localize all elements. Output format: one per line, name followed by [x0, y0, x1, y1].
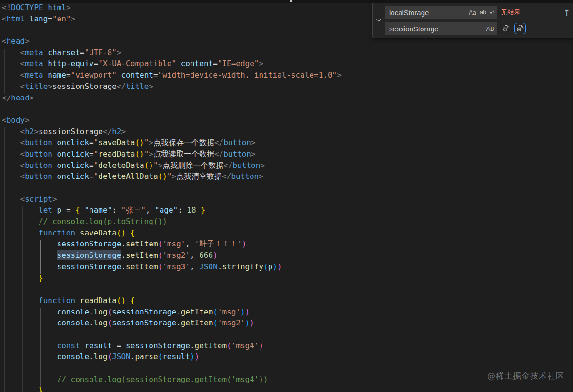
code-line[interactable]: console.log(sessionStorage.getItem('msg'… — [2, 306, 573, 318]
code-line[interactable]: const result = sessionStorage.getItem('m… — [2, 340, 573, 352]
code-line[interactable]: function readData() { — [2, 295, 573, 306]
replace-all-icon — [516, 24, 524, 34]
replace-button[interactable] — [500, 23, 512, 34]
code-line[interactable]: <meta charset="UTF-8"> — [2, 47, 573, 59]
previous-match-button[interactable]: ↑ — [562, 6, 572, 19]
code-line[interactable]: console.log(sessionStorage.getItem('msg2… — [2, 317, 573, 329]
code-line[interactable]: sessionStorage.setItem('msg2', 666) — [2, 250, 573, 261]
code-line[interactable]: sessionStorage.setItem('msg', '鞋子！！！') — [2, 238, 573, 250]
code-line[interactable] — [2, 329, 573, 340]
top-strip-marker — [290, 0, 292, 2]
watermark: @稀土掘金技术社区 — [487, 371, 564, 382]
code-line[interactable]: function saveData() { — [2, 227, 573, 239]
replace-icon — [502, 24, 510, 34]
code-line[interactable]: <meta http-equiv="X-UA-Compatible" conte… — [2, 58, 573, 69]
chevron-down-icon — [375, 17, 382, 25]
code-line[interactable]: console.log(JSON.parse(result)) — [2, 351, 573, 363]
regex-toggle[interactable]: ▪* — [490, 10, 494, 16]
code-line[interactable]: <script> — [2, 194, 573, 205]
find-replace-widget: Aa ab ▪* 无结果 ↑ AB — [372, 3, 573, 38]
toggle-replace-button[interactable] — [374, 17, 383, 25]
code-line[interactable]: <button onclick="deleteAllData()">点我清空数据… — [2, 171, 573, 182]
code-line[interactable]: let p = { "name": "张三", "age": 18 } — [2, 205, 573, 216]
code-line[interactable] — [2, 182, 573, 194]
match-case-toggle[interactable]: Aa — [469, 10, 476, 16]
preserve-case-toggle[interactable]: AB — [486, 26, 494, 32]
code-line[interactable]: <button onclick="deleteData()">点我删除一个数据<… — [2, 160, 573, 171]
whole-word-toggle[interactable]: ab — [480, 9, 486, 16]
code-line[interactable] — [2, 103, 573, 115]
code-line[interactable]: <h2>sessionStorage</h2> — [2, 126, 573, 137]
code-editor[interactable]: <!DOCTYPE html><html lang="en"><head> <m… — [2, 2, 573, 392]
find-results-label: 无结果 — [501, 6, 521, 19]
code-line[interactable]: } — [2, 273, 573, 284]
code-line[interactable]: </head> — [2, 92, 573, 104]
code-line[interactable]: <button onclick="saveData()">点我保存一个数据</b… — [2, 137, 573, 148]
code-line[interactable]: <button onclick="readData()">点我读取一个数据</b… — [2, 148, 573, 160]
replace-all-button[interactable] — [514, 23, 526, 34]
code-line[interactable]: // console.log(p.toString()) — [2, 216, 573, 227]
code-line[interactable] — [2, 284, 573, 295]
code-line[interactable]: sessionStorage.setItem('msg3', JSON.stri… — [2, 261, 573, 273]
code-line[interactable]: } — [2, 385, 573, 392]
code-line[interactable]: <meta name="viewport" content="width=dev… — [2, 69, 573, 81]
code-line[interactable]: <body> — [2, 115, 573, 126]
code-line[interactable]: <title>sessionStorage</title> — [2, 81, 573, 92]
replace-input[interactable] — [385, 22, 497, 35]
